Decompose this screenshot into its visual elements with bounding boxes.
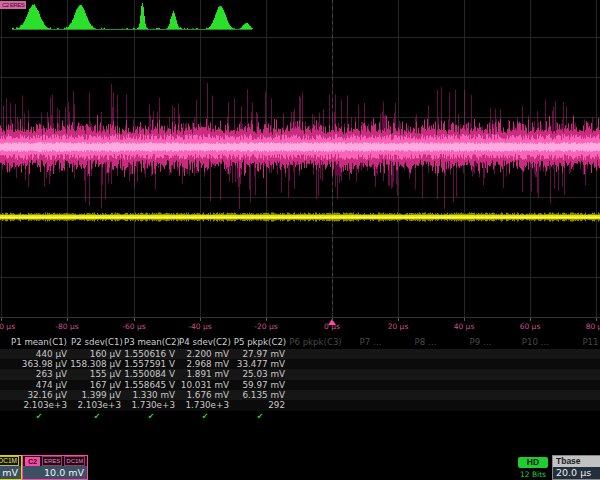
measurement-row: 474 µV167 µV1.558645 V10.031 mV59.97 mV (0, 380, 600, 390)
time-axis-tick (134, 318, 135, 321)
c2-scale-value: 10.0 mV (23, 466, 87, 479)
measurement-value: 32.16 µV (8, 390, 70, 400)
measurement-table: P1 mean(C1)P2 sdev(C1)P3 mean(C2)P4 sdev… (0, 337, 600, 422)
param-header-p7[interactable]: P7 … (343, 337, 398, 349)
param-header-p3[interactable]: P3 mean(C2) (124, 337, 178, 349)
measurement-value: 160 µV (70, 349, 124, 359)
measurement-header-row: P1 mean(C1)P2 sdev(C1)P3 mean(C2)P4 sdev… (0, 337, 600, 349)
measurement-value: 59.97 mV (232, 380, 288, 390)
time-axis-label: -40 µs (188, 322, 211, 331)
measurement-value: 2.103e+3 (8, 400, 70, 410)
c1-coupling-badge: DC1M (0, 456, 19, 466)
param-header-p4[interactable]: P4 sdev(C2) (178, 337, 232, 349)
measurement-value: 1.550084 V (124, 369, 178, 379)
measurement-value: 25.03 mV (232, 369, 288, 379)
measurement-value: 10.031 mV (178, 380, 232, 390)
measurement-value: 292 (232, 400, 288, 410)
measurement-value: 33.477 mV (232, 359, 288, 369)
measurement-value: 440 µV (8, 349, 70, 359)
measurement-value: 1.550616 V (124, 349, 178, 359)
time-axis-tick (1, 318, 2, 321)
time-axis: -100 µs-80 µs-60 µs-40 µs-20 µs0 µs20 µs… (0, 318, 600, 337)
hd-bits-label: 12 Bits (514, 470, 552, 479)
channel-descriptor-c2[interactable]: C2 ERES DC1M 10.0 mV (22, 455, 88, 480)
time-axis-label: 80 µs (586, 322, 600, 331)
time-axis-label: -20 µs (254, 322, 277, 331)
param-header-p10[interactable]: P10 … (508, 337, 563, 349)
param-header-p11[interactable]: P11 (563, 337, 600, 349)
measurement-value: 1.676 mV (178, 390, 232, 400)
time-axis-tick (332, 318, 333, 321)
param-header-p2[interactable]: P2 sdev(C1) (70, 337, 124, 349)
oscilloscope-screen: C2 ERES -100 µs-80 µs-60 µs-40 µs-20 µs0… (0, 0, 600, 480)
measurement-row: 263 µV155 µV1.550084 V1.891 mV25.03 mV (0, 369, 600, 379)
time-axis-label: 40 µs (454, 322, 475, 331)
measurement-value: 1.730e+3 (178, 400, 232, 410)
status-check: ✔ (70, 411, 124, 422)
status-check: ✔ (232, 411, 288, 422)
hd-mode-badge[interactable]: HD (518, 457, 548, 468)
measurement-value: 1.558645 V (124, 380, 178, 390)
param-header-p5[interactable]: P5 pkpk(C2) (232, 337, 288, 349)
measurement-value: 167 µV (70, 380, 124, 390)
measurement-value: 155 µV (70, 369, 124, 379)
measurement-value: 158.308 µV (70, 359, 124, 369)
c2-eres-badge: ERES (42, 456, 62, 466)
time-axis-label: -100 µs (0, 322, 15, 331)
c2-label: C2 (25, 457, 40, 466)
param-header-p1[interactable]: P1 mean(C1) (8, 337, 70, 349)
time-axis-tick (530, 318, 531, 321)
status-check: ✔ (178, 411, 232, 422)
waveform-grid[interactable] (0, 0, 600, 318)
status-check: ✔ (8, 411, 70, 422)
timebase-title: Tbase (553, 456, 600, 467)
measurement-value: 2.968 mV (178, 359, 232, 369)
c1-scale-value: 10.0 mV (0, 466, 21, 479)
time-axis-label: 60 µs (520, 322, 541, 331)
measurement-row: 32.16 µV1.399 µV1.330 mV1.676 mV6.135 mV (0, 390, 600, 400)
time-axis-tick (398, 318, 399, 321)
measurement-value: 1.730e+3 (124, 400, 178, 410)
time-axis-tick (200, 318, 201, 321)
measurement-status-row: ✔✔✔✔✔ (0, 411, 600, 422)
measurement-value: 1.891 mV (178, 369, 232, 379)
measurement-value: 474 µV (8, 380, 70, 390)
measurement-value: 27.97 mV (232, 349, 288, 359)
time-axis-label: -60 µs (122, 322, 145, 331)
c2-coupling-badge: DC1M (64, 456, 85, 466)
measurement-value: 2.103e+3 (70, 400, 124, 410)
param-header-p6[interactable]: P6 pkpk(C3) (288, 337, 343, 349)
measurement-value: 1.557591 V (124, 359, 178, 369)
time-axis-tick (266, 318, 267, 321)
measurement-row: 440 µV160 µV1.550616 V2.200 mV27.97 mV (0, 349, 600, 359)
time-axis-tick (596, 318, 597, 321)
measurement-row: 2.103e+32.103e+31.730e+31.730e+3292 (0, 400, 600, 410)
measurement-value: 363.98 µV (8, 359, 70, 369)
measurement-value: 1.330 mV (124, 390, 178, 400)
param-header-p9[interactable]: P9 … (453, 337, 508, 349)
time-axis-tick (67, 318, 68, 321)
measurement-row: 363.98 µV158.308 µV1.557591 V2.968 mV33.… (0, 359, 600, 369)
time-axis-label: 0 µs (324, 322, 340, 331)
time-axis-label: -80 µs (55, 322, 78, 331)
param-header-p8[interactable]: P8 … (398, 337, 453, 349)
channel-descriptor-c1[interactable]: DC1M 10.0 mV (0, 455, 22, 480)
measurement-value: 6.135 mV (232, 390, 288, 400)
bottom-bar: DC1M 10.0 mV C2 ERES DC1M 10.0 mV + HD 1… (0, 455, 600, 480)
timebase-descriptor[interactable]: Tbase 20.0 µs (552, 455, 600, 480)
measurement-value: 2.200 mV (178, 349, 232, 359)
time-axis-tick (464, 318, 465, 321)
measurement-value: 263 µV (8, 369, 70, 379)
status-check: ✔ (124, 411, 178, 422)
timebase-value: 20.0 µs (553, 467, 600, 479)
histicons (0, 0, 600, 34)
time-axis-label: 20 µs (388, 322, 409, 331)
measurement-value: 1.399 µV (70, 390, 124, 400)
